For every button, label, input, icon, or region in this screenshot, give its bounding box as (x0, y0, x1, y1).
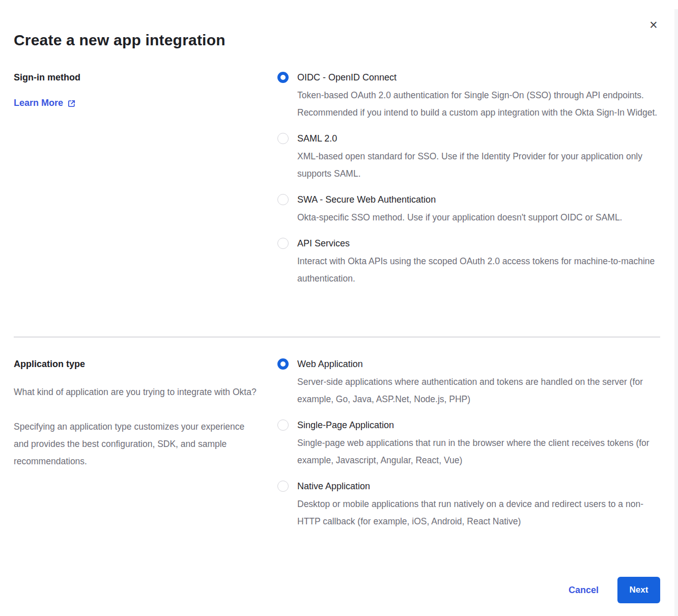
apptype-option-web-row[interactable]: Web Application (277, 358, 660, 370)
signin-method-heading: Sign-in method (14, 71, 277, 83)
signin-option-saml: SAML 2.0 XML-based open standard for SSO… (277, 132, 660, 182)
radio-icon[interactable] (277, 238, 289, 249)
apptype-option-native: Native Application Desktop or mobile app… (277, 480, 660, 530)
radio-label[interactable]: Native Application (297, 480, 370, 492)
cancel-button[interactable]: Cancel (569, 585, 599, 596)
radio-icon[interactable] (277, 72, 289, 83)
signin-option-swa-row[interactable]: SWA - Secure Web Authentication (277, 193, 660, 206)
signin-option-api-services-row[interactable]: API Services (277, 237, 660, 249)
signin-option-oidc-row[interactable]: OIDC - OpenID Connect (277, 71, 660, 83)
radio-description: XML-based open standard for SSO. Use if … (297, 148, 660, 182)
radio-icon[interactable] (277, 481, 289, 492)
radio-label[interactable]: SAML 2.0 (297, 132, 337, 145)
radio-icon[interactable] (277, 419, 289, 431)
external-link-icon (67, 98, 76, 108)
next-button[interactable]: Next (617, 577, 660, 603)
radio-description: Desktop or mobile applications that run … (297, 495, 660, 530)
radio-label[interactable]: Web Application (297, 358, 363, 370)
radio-description: Single-page web applications that run in… (297, 434, 660, 469)
application-type-question: What kind of application are you trying … (14, 383, 257, 401)
radio-label[interactable]: API Services (297, 237, 350, 249)
radio-description: Okta-specific SSO method. Use if your ap… (297, 209, 660, 226)
apptype-option-spa-row[interactable]: Single-Page Application (277, 419, 660, 431)
apptype-option-spa: Single-Page Application Single-page web … (277, 419, 660, 469)
section-divider (14, 337, 660, 338)
create-app-integration-modal: × Create a new app integration Sign-in m… (0, 0, 678, 603)
radio-description: Token-based OAuth 2.0 authentication for… (297, 87, 660, 121)
page-title: Create a new app integration (14, 31, 660, 50)
radio-icon[interactable] (277, 194, 289, 205)
radio-description: Interact with Okta APIs using the scoped… (297, 253, 660, 287)
signin-option-swa: SWA - Secure Web Authentication Okta-spe… (277, 193, 660, 226)
application-type-heading: Application type (14, 358, 277, 370)
signin-option-saml-row[interactable]: SAML 2.0 (277, 132, 660, 145)
radio-icon[interactable] (277, 358, 289, 370)
apptype-option-native-row[interactable]: Native Application (277, 480, 660, 492)
radio-label[interactable]: OIDC - OpenID Connect (297, 71, 397, 83)
modal-footer: Cancel Next (14, 577, 660, 603)
application-type-note: Specifying an application type customize… (14, 418, 257, 470)
learn-more-link[interactable]: Learn More (14, 97, 76, 109)
radio-label[interactable]: Single-Page Application (297, 419, 394, 431)
close-icon[interactable]: × (646, 17, 661, 33)
signin-method-section: Sign-in method Learn More OIDC - OpenID … (14, 71, 660, 298)
radio-description: Server-side applications where authentic… (297, 373, 660, 408)
application-type-section: Application type What kind of applicatio… (14, 358, 660, 541)
radio-label[interactable]: SWA - Secure Web Authentication (297, 193, 436, 206)
signin-option-api-services: API Services Interact with Okta APIs usi… (277, 237, 660, 287)
learn-more-label: Learn More (14, 97, 63, 109)
radio-icon[interactable] (277, 133, 289, 144)
apptype-option-web: Web Application Server-side applications… (277, 358, 660, 408)
signin-option-oidc: OIDC - OpenID Connect Token-based OAuth … (277, 71, 660, 121)
